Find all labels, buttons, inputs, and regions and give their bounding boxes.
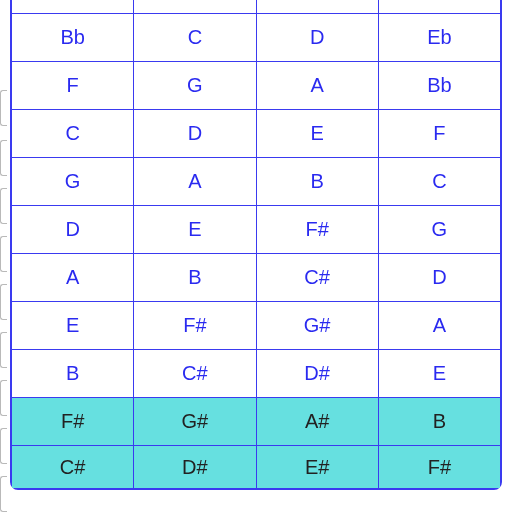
note-cell[interactable]: E# [257,446,379,488]
note-cell[interactable]: F# [134,302,256,349]
notes-table: Bb C D Eb F G A Bb C D E F G A B C D E F… [10,0,502,490]
note-cell[interactable]: B [12,350,134,397]
note-cell[interactable]: C# [12,446,134,488]
table-row[interactable]: C D E F [12,110,500,158]
table-row[interactable]: F G A Bb [12,62,500,110]
note-cell[interactable]: C# [257,254,379,301]
note-cell[interactable]: A# [257,398,379,445]
note-cell[interactable]: F [379,110,500,157]
note-cell[interactable]: A [257,62,379,109]
note-cell[interactable]: Bb [12,14,134,61]
note-cell[interactable]: B [379,398,500,445]
note-cell[interactable]: G [12,158,134,205]
table-row[interactable]: G A B C [12,158,500,206]
note-cell[interactable]: D [12,206,134,253]
note-cell[interactable]: E [12,302,134,349]
note-cell[interactable]: B [134,254,256,301]
note-cell[interactable]: D [134,110,256,157]
note-cell[interactable]: F [12,62,134,109]
note-cell[interactable]: G# [134,398,256,445]
note-cell[interactable]: A [379,302,500,349]
note-cell[interactable]: E [257,110,379,157]
note-cell[interactable]: Eb [379,14,500,61]
note-cell[interactable]: F# [12,398,134,445]
note-cell[interactable]: C# [134,350,256,397]
table-row-selected[interactable]: F# G# A# B [12,398,500,446]
note-cell[interactable]: E [379,350,500,397]
note-cell[interactable]: G# [257,302,379,349]
table-row[interactable]: B C# D# E [12,350,500,398]
note-cell[interactable]: D [379,254,500,301]
note-cell[interactable] [134,0,256,13]
note-cell[interactable]: A [134,158,256,205]
table-row[interactable] [12,0,500,14]
note-cell[interactable]: F# [257,206,379,253]
table-row[interactable]: D E F# G [12,206,500,254]
note-cell[interactable]: D# [134,446,256,488]
table-row[interactable]: E F# G# A [12,302,500,350]
note-cell[interactable]: C [379,158,500,205]
note-cell[interactable]: Bb [379,62,500,109]
note-cell[interactable]: B [257,158,379,205]
note-cell[interactable] [257,0,379,13]
note-cell[interactable]: C [134,14,256,61]
note-cell[interactable]: A [12,254,134,301]
note-cell[interactable]: C [12,110,134,157]
note-cell[interactable] [12,0,134,13]
note-cell[interactable] [379,0,500,13]
left-edge-guides [0,0,8,512]
table-row-selected[interactable]: C# D# E# F# [12,446,500,488]
table-row[interactable]: A B C# D [12,254,500,302]
note-cell[interactable]: E [134,206,256,253]
note-cell[interactable]: D [257,14,379,61]
note-cell[interactable]: G [379,206,500,253]
note-cell[interactable]: D# [257,350,379,397]
note-cell[interactable]: F# [379,446,500,488]
table-row[interactable]: Bb C D Eb [12,14,500,62]
note-cell[interactable]: G [134,62,256,109]
